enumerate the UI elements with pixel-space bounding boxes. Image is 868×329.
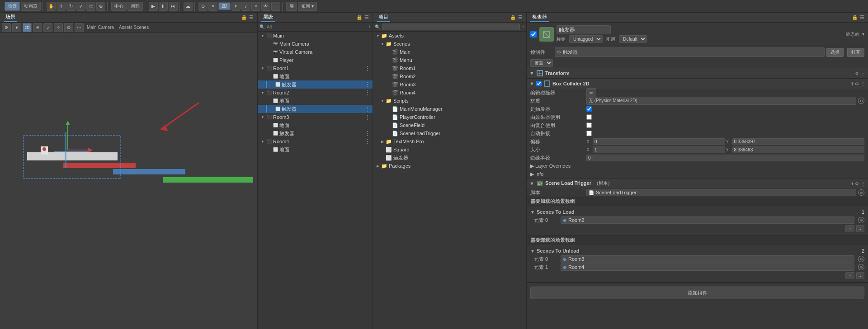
move-tool-icon[interactable]: ✛ bbox=[57, 2, 66, 11]
mode-2d-btn[interactable]: 2D bbox=[218, 2, 231, 10]
effector-checkbox[interactable] bbox=[586, 114, 592, 120]
hierarchy-lock[interactable]: 🔒 bbox=[356, 14, 363, 20]
fx2-icon[interactable]: ✧ bbox=[251, 2, 260, 11]
local-btn[interactable]: 局部 bbox=[127, 2, 143, 11]
info-row[interactable]: ▶ Info bbox=[527, 170, 868, 178]
project-item-room4[interactable]: 🎬 Room4 bbox=[373, 89, 526, 97]
tree-item-main[interactable]: ▼ ⬛ Main bbox=[258, 32, 373, 40]
hidden-icon[interactable]: 👁 bbox=[261, 2, 270, 11]
unload-elem0-pick[interactable]: ⊙ bbox=[858, 256, 864, 262]
select-btn[interactable]: 选择 bbox=[826, 48, 844, 57]
gizmo-icon[interactable]: ⊙ bbox=[198, 2, 208, 11]
scenes-load-remove[interactable]: - bbox=[856, 225, 864, 232]
project-item-sceneloadtrigger[interactable]: 📄 SceneLoadTrigger bbox=[373, 129, 526, 137]
boxcollider-enable[interactable] bbox=[536, 81, 542, 86]
layer-overrides-row[interactable]: ▶ Layer Overrides bbox=[527, 162, 868, 170]
overrides-select[interactable]: 覆盖 bbox=[530, 59, 553, 67]
scene-lighting[interactable]: ☀ bbox=[33, 23, 42, 32]
scenes-unload-add[interactable]: + bbox=[845, 272, 854, 279]
room1-menu[interactable]: ⋮ bbox=[364, 65, 373, 72]
room2-menu[interactable]: ⋮ bbox=[364, 89, 373, 96]
obj-active-checkbox[interactable] bbox=[530, 31, 537, 38]
project-item-square[interactable]: ⬜ Square bbox=[373, 146, 526, 154]
scene-viewport[interactable] bbox=[0, 33, 257, 329]
layers-btn[interactable]: 层 bbox=[286, 2, 297, 11]
room1-trigger-menu[interactable]: ⋮ bbox=[364, 81, 373, 88]
project-lock[interactable]: 🔒 bbox=[510, 14, 516, 20]
unload-elem1-pick[interactable]: ⊙ bbox=[858, 264, 864, 270]
folder-textmesh[interactable]: ▶ 📁 TextMesh Pro bbox=[373, 137, 526, 146]
scenes-unload-remove[interactable]: - bbox=[856, 272, 864, 279]
hand-tool-icon[interactable]: ✋ bbox=[47, 2, 56, 11]
project-menu[interactable]: ☰ bbox=[518, 14, 523, 20]
scene-view-options[interactable]: ▼ bbox=[12, 23, 21, 32]
scene-2d-toggle[interactable]: 2D bbox=[23, 23, 32, 32]
rotate-tool-icon[interactable]: ↻ bbox=[66, 2, 75, 11]
transform-settings[interactable]: ⚙ bbox=[855, 71, 859, 76]
folder-assets[interactable]: ▼ 📁 Assets bbox=[373, 32, 526, 40]
project-item-room3[interactable]: 🎬 Room3 bbox=[373, 80, 526, 89]
project-item-menu[interactable]: 🎬 Menu bbox=[373, 56, 526, 64]
room2-trigger-menu[interactable]: ⋮ bbox=[364, 105, 373, 113]
hierarchy-menu[interactable]: ☰ bbox=[364, 14, 369, 20]
scene-gizmos[interactable]: ⊙ bbox=[64, 23, 73, 32]
room3-trigger-menu[interactable]: ⋮ bbox=[364, 130, 373, 137]
scene-panel-lock[interactable]: 🔒 bbox=[241, 14, 247, 20]
scene-more[interactable]: ⋯ bbox=[75, 23, 84, 32]
layout-btn[interactable]: 布局 ▾ bbox=[298, 2, 317, 11]
scenes-load-add[interactable]: + bbox=[845, 225, 854, 232]
combined-tool-icon[interactable]: ⊕ bbox=[96, 2, 105, 11]
more-icon[interactable]: ⋯ bbox=[271, 2, 280, 11]
scene-settings-icon[interactable]: ⚙ bbox=[2, 23, 11, 32]
load-elem0-pick[interactable]: ⊙ bbox=[858, 217, 864, 223]
anim-tab-label[interactable]: 动画器 bbox=[21, 2, 41, 11]
fx-icon[interactable]: ✦ bbox=[208, 2, 217, 11]
sceneload-settings[interactable]: ⚙ bbox=[855, 181, 859, 186]
add-component-btn[interactable]: 添加组件 bbox=[530, 287, 864, 299]
tree-item-room3[interactable]: ▼ ⬛ Room3 ⋮ bbox=[258, 113, 373, 121]
room3-menu[interactable]: ⋮ bbox=[364, 113, 373, 121]
tree-item-maincamera[interactable]: 📷 Main Camera bbox=[258, 40, 373, 48]
sound-icon[interactable]: ♪ bbox=[241, 2, 250, 11]
project-tab-label[interactable]: 项目 bbox=[377, 13, 390, 22]
scene-tab-label[interactable]: 场景 bbox=[5, 2, 20, 11]
scene-tab[interactable]: 场景 bbox=[4, 13, 17, 22]
material-pick[interactable]: ⊙ bbox=[858, 98, 864, 104]
light-icon[interactable]: ☀ bbox=[231, 2, 241, 11]
sceneload-info[interactable]: ℹ bbox=[851, 181, 853, 186]
project-item-trigger-asset[interactable]: ⬜ 触发器 bbox=[373, 154, 526, 162]
scene-audio[interactable]: ♪ bbox=[43, 23, 52, 32]
tree-item-room3-trigger[interactable]: ⬜ 触发器 ⋮ bbox=[258, 129, 373, 137]
inspector-menu[interactable]: ☰ bbox=[860, 14, 864, 20]
scene-panel-menu[interactable]: ☰ bbox=[249, 14, 254, 20]
tree-item-player[interactable]: ⬜ Player bbox=[258, 56, 373, 64]
tree-item-room1-trigger[interactable]: ⬜ 触发器 ⋮ bbox=[258, 80, 373, 89]
composite-checkbox[interactable] bbox=[586, 122, 592, 128]
project-plus[interactable]: + bbox=[522, 24, 524, 29]
tree-item-room4-ground[interactable]: ⬜ 地面 bbox=[258, 146, 373, 154]
script-ref-pick[interactable]: ⊙ bbox=[858, 189, 864, 196]
project-item-playercontroller[interactable]: 📄 PlayerController bbox=[373, 113, 526, 121]
size-y-input[interactable] bbox=[732, 146, 865, 153]
project-item-scenefield[interactable]: 📄 SceneField bbox=[373, 121, 526, 129]
scenes-to-unload-arrow[interactable]: ▼ bbox=[530, 249, 535, 254]
hierarchy-plus[interactable]: + bbox=[368, 24, 371, 29]
hierarchy-tab-label[interactable]: 层级 bbox=[261, 13, 275, 22]
edge-input[interactable] bbox=[586, 155, 864, 161]
cloud-icon[interactable]: ☁ bbox=[184, 2, 193, 11]
offset-y-input[interactable] bbox=[732, 138, 865, 145]
edit-collider-btn[interactable]: ✏ bbox=[586, 88, 596, 97]
sceneload-header[interactable]: ▼ C# Scene Load Trigger （脚本） ℹ ⚙ bbox=[527, 179, 868, 188]
tree-item-room1-ground[interactable]: ⬜ 地面 bbox=[258, 72, 373, 80]
transform-more[interactable]: ⋮ bbox=[861, 71, 865, 76]
project-item-mainmenu[interactable]: 📄 MainMenuManager bbox=[373, 105, 526, 113]
open-btn[interactable]: 打开 bbox=[847, 48, 864, 57]
tree-item-room2-ground[interactable]: ⬜ 地面 bbox=[258, 97, 373, 105]
tree-item-virtualcamera[interactable]: 📷 Virtual Camera bbox=[258, 48, 373, 56]
room4-menu[interactable]: ⋮ bbox=[364, 138, 373, 145]
inspector-tab-label[interactable]: 检查器 bbox=[530, 13, 549, 22]
inspector-lock[interactable]: 🔒 bbox=[852, 14, 858, 20]
rect-tool-icon[interactable]: ▭ bbox=[86, 2, 95, 11]
obj-name-input[interactable] bbox=[557, 25, 611, 34]
tree-item-room3-ground[interactable]: ⬜ 地面 bbox=[258, 121, 373, 129]
